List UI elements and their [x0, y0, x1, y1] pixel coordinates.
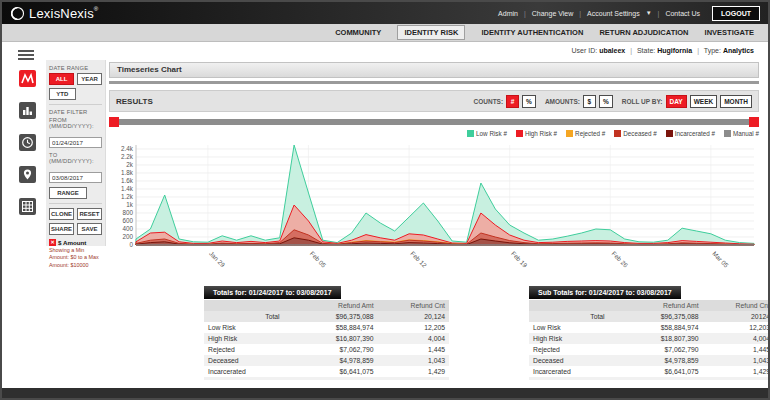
- map-pin-icon[interactable]: [19, 166, 36, 183]
- counts-hash-button[interactable]: #: [506, 95, 519, 108]
- legend-item[interactable]: Low Risk #: [467, 130, 507, 137]
- amounts-dollar-button[interactable]: $: [583, 95, 596, 108]
- to-date-input[interactable]: [49, 172, 102, 183]
- svg-text:Feb 12: Feb 12: [409, 250, 428, 269]
- table-row: Deceased$4,978,8591,043: [204, 355, 449, 366]
- svg-text:1.8k: 1.8k: [121, 169, 134, 176]
- separator: |: [524, 10, 526, 17]
- type-value: Analytics: [723, 47, 754, 54]
- svg-text:Jan 29: Jan 29: [208, 250, 227, 269]
- share-button[interactable]: SHARE: [49, 223, 74, 235]
- menu-icon[interactable]: [18, 48, 34, 62]
- svg-text:1.2k: 1.2k: [121, 193, 134, 200]
- contact-us-link[interactable]: Contact Us: [665, 10, 700, 17]
- svg-text:1.6k: 1.6k: [121, 177, 134, 184]
- nav-tab-identity-authentication[interactable]: IDENTITY AUTHENTICATION: [481, 28, 583, 37]
- save-button[interactable]: SAVE: [77, 223, 102, 235]
- divider: [49, 104, 102, 105]
- table-row: Low Risk$58,884,97412,203: [529, 322, 770, 333]
- date-range-year-button[interactable]: YEAR: [77, 73, 102, 85]
- account-settings-link[interactable]: Account Settings: [587, 10, 640, 17]
- logout-button[interactable]: LOGOUT: [712, 6, 760, 21]
- table-header-row: Refund AmtRefund Cnt: [529, 300, 770, 311]
- timeseries-chart-icon[interactable]: [19, 70, 36, 87]
- date-range-ytd-button[interactable]: YTD: [49, 88, 76, 100]
- svg-text:200: 200: [122, 233, 133, 240]
- state-value: Hugifornia: [657, 47, 692, 54]
- legend-label: High Risk #: [525, 130, 557, 137]
- separator: |: [658, 10, 660, 17]
- nav-tab-return-adjudication[interactable]: RETURN ADJUDICATION: [599, 28, 688, 37]
- svg-text:600: 600: [122, 217, 133, 224]
- slider-handle-right[interactable]: [749, 117, 759, 127]
- legend-item[interactable]: Rejected #: [566, 130, 605, 137]
- clock-icon[interactable]: [19, 134, 36, 151]
- main-nav: COMMUNITY IDENTITY RISK IDENTITY AUTHENT…: [2, 24, 768, 42]
- svg-text:Feb 26: Feb 26: [611, 250, 630, 269]
- results-title: RESULTS: [116, 97, 153, 106]
- slider-track[interactable]: [109, 119, 759, 125]
- remove-filter-icon[interactable]: ✕: [49, 239, 56, 246]
- chevron-down-icon[interactable]: ▼: [646, 10, 652, 16]
- legend-label: Manual #: [733, 130, 759, 137]
- legend-item[interactable]: High Risk #: [516, 130, 557, 137]
- timeseries-chart-canvas[interactable]: 2.4k2.2k2k1.8k1.6k1.4k1.2k1k800600400200…: [106, 139, 762, 269]
- table-row: High Risk$16,807,3904,004: [204, 333, 449, 344]
- legend-item[interactable]: Incarcerated #: [666, 130, 715, 137]
- separator: |: [697, 47, 699, 54]
- svg-text:Mar 05: Mar 05: [711, 250, 730, 269]
- legend-label: Rejected #: [575, 130, 605, 137]
- change-view-link[interactable]: Change View: [532, 10, 574, 17]
- svg-text:400: 400: [122, 225, 133, 232]
- rollup-day-button[interactable]: DAY: [666, 95, 687, 108]
- date-range-label: DATE RANGE: [49, 65, 102, 71]
- range-button[interactable]: RANGE: [49, 187, 87, 199]
- filter-sidebar: DATE RANGE ALL YEAR YTD DATE FILTER FROM…: [46, 60, 106, 246]
- user-id-label: User ID:: [572, 47, 598, 54]
- clone-button[interactable]: CLONE: [49, 208, 74, 220]
- table-row: Total$96,375,08820124: [529, 311, 770, 322]
- table-row: High Risk$18,807,3904,004: [529, 333, 770, 344]
- svg-text:0: 0: [129, 241, 133, 248]
- footer-bar: [2, 388, 768, 398]
- date-range-all-button[interactable]: ALL: [49, 73, 74, 85]
- counts-label: COUNTS:: [474, 98, 504, 105]
- amount-filter-description: Showing a Min Amount: $0 to a Max Amount…: [49, 247, 102, 269]
- data-table: Refund AmtRefund CntTotal$96,375,0882012…: [529, 300, 770, 380]
- svg-text:800: 800: [122, 209, 133, 216]
- from-date-input[interactable]: [49, 137, 102, 148]
- app-window: LexisNexis® Admin | Change View | Accoun…: [0, 0, 770, 400]
- nav-tab-investigate[interactable]: INVESTIGATE: [705, 28, 754, 37]
- nav-tab-identity-risk[interactable]: IDENTITY RISK: [397, 25, 465, 40]
- legend-item[interactable]: Manual #: [724, 130, 759, 137]
- slider-handle-left[interactable]: [109, 117, 119, 127]
- to-date-label: TO (MM/DD/YYYY):: [49, 152, 102, 164]
- subtotals-table: Sub Totals for: 01/24/2017 to: 03/08/201…: [529, 281, 770, 380]
- svg-text:1k: 1k: [126, 201, 134, 208]
- rollup-week-button[interactable]: WEEK: [690, 95, 718, 108]
- legend-item[interactable]: Deceased #: [614, 130, 657, 137]
- counts-percent-button[interactable]: %: [522, 95, 536, 108]
- rollup-month-button[interactable]: MONTH: [720, 95, 752, 108]
- grid-table-icon[interactable]: [19, 198, 36, 215]
- admin-link[interactable]: Admin: [498, 10, 518, 17]
- legend-label: Deceased #: [623, 130, 657, 137]
- svg-text:Feb 05: Feb 05: [309, 250, 328, 269]
- reset-button[interactable]: RESET: [77, 208, 102, 220]
- table-row: Rejected$7,062,7901,445: [204, 344, 449, 355]
- amount-filter: ✕ $ Amount Showing a Min Amount: $0 to a…: [49, 239, 102, 269]
- nav-tab-community[interactable]: COMMUNITY: [335, 28, 381, 37]
- svg-text:2k: 2k: [126, 161, 134, 168]
- bar-chart-icon[interactable]: [19, 102, 36, 119]
- table-row: Low Risk$58,884,97412,205: [204, 322, 449, 333]
- legend-swatch-icon: [467, 130, 474, 137]
- table-row: Manual$00: [529, 377, 770, 380]
- user-info-bar: User ID: ubaleex | State: Hugifornia | T…: [572, 47, 755, 54]
- legend-swatch-icon: [666, 130, 673, 137]
- lexisnexis-logo[interactable]: LexisNexis®: [10, 6, 98, 21]
- from-date-label: FROM (MM/DD/YYYY):: [49, 117, 102, 129]
- svg-text:1.4k: 1.4k: [121, 185, 134, 192]
- results-controls: COUNTS: # % AMOUNTS: $ % ROLL UP BY: DAY…: [468, 95, 753, 108]
- amounts-percent-button[interactable]: %: [599, 95, 613, 108]
- svg-text:Feb 19: Feb 19: [510, 250, 529, 269]
